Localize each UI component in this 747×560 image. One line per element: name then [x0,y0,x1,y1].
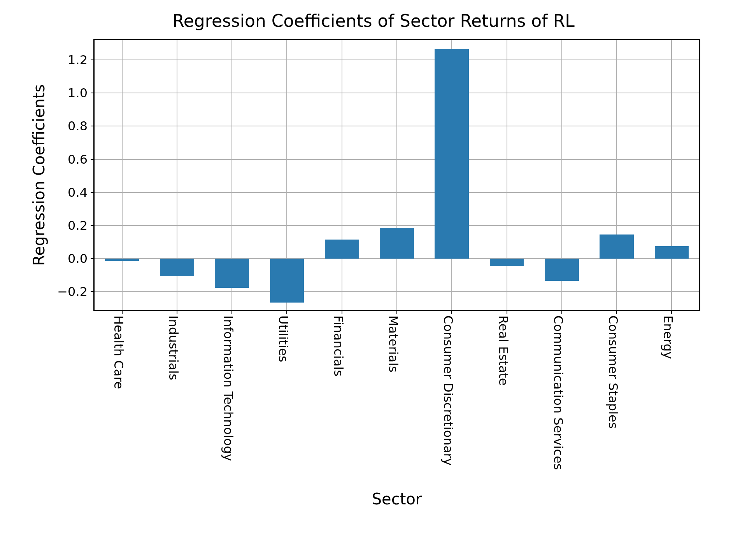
xtick-mark [177,310,177,314]
xtick-mark [286,310,287,314]
bar [325,240,359,259]
xtick-label: Materials [386,315,401,373]
xtick-label: Real Estate [496,315,511,385]
xtick-mark [231,310,232,314]
xtick-label: Utilities [276,315,291,362]
y-axis-label: Regression Coefficients [30,84,48,266]
ytick-label: −0.2 [57,284,95,299]
chart-container: Regression Coefficients of Sector Return… [0,0,747,560]
ytick-label: 0.0 [68,251,95,266]
gridline-v [507,40,507,310]
xtick-mark [342,310,342,314]
xtick-label: Information Technology [221,315,236,461]
ytick-label: 1.0 [68,86,95,100]
plot-area: −0.20.00.20.40.60.81.01.2Health CareIndu… [93,39,700,311]
xtick-mark [122,310,123,314]
bar [160,259,194,276]
gridline-v [342,40,342,310]
bar [655,246,689,259]
x-axis-label: Sector [93,490,700,508]
xtick-mark [507,310,507,314]
bar [380,228,414,259]
gridline-v [671,40,672,310]
gridline-v [396,40,397,310]
bar [545,259,579,281]
xtick-label: Consumer Staples [606,315,621,429]
ytick-label: 0.4 [68,185,95,200]
xtick-mark [616,310,617,314]
xtick-mark [451,310,452,314]
bar [490,259,524,266]
xtick-label: Financials [331,315,346,376]
ytick-label: 0.8 [68,119,95,133]
bar [215,259,249,288]
xtick-mark [561,310,562,314]
bar [270,259,304,303]
xtick-label: Energy [661,315,675,359]
gridline-v [616,40,617,310]
xtick-label: Industrials [166,315,181,380]
bar [435,49,469,259]
xtick-label: Communication Services [551,315,566,470]
chart-title: Regression Coefficients of Sector Return… [0,11,747,31]
xtick-mark [396,310,397,314]
gridline-v [122,40,123,310]
ytick-label: 1.2 [68,52,95,67]
ytick-label: 0.2 [68,218,95,233]
bar [105,259,139,261]
bar [600,234,634,259]
xtick-mark [671,310,672,314]
ytick-label: 0.6 [68,152,95,167]
xtick-label: Consumer Discretionary [441,315,456,466]
xtick-label: Health Care [111,315,126,389]
